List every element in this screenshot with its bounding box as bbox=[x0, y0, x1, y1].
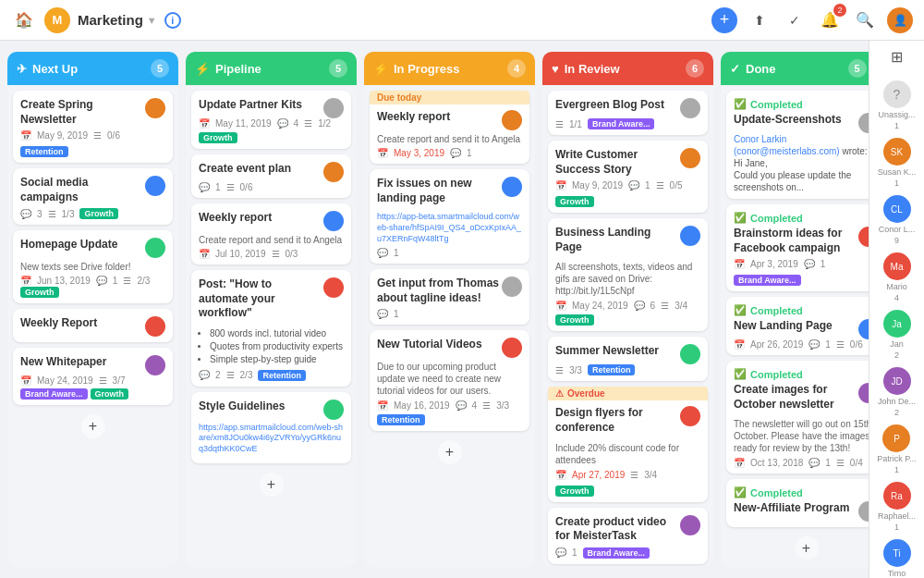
card-title: New Whitepaper bbox=[20, 355, 106, 370]
home-icon[interactable]: 🏠 bbox=[11, 7, 37, 33]
member-avatar[interactable]: Ja bbox=[883, 310, 911, 338]
card-meta: 📅 Apr 3, 2019 💬 1 Brand Aware... bbox=[734, 259, 869, 286]
avatar bbox=[858, 319, 869, 339]
member-count: 1 bbox=[894, 178, 899, 188]
info-icon[interactable]: i bbox=[164, 12, 181, 29]
notification-icon[interactable]: 🔔 2 bbox=[817, 7, 843, 33]
avatar bbox=[323, 277, 344, 298]
completed-badge: ✅ Completed bbox=[734, 304, 869, 316]
user-avatar[interactable]: 👤 bbox=[887, 7, 913, 33]
add-card-button[interactable]: + bbox=[438, 440, 462, 464]
card-title: Create event plan bbox=[199, 162, 291, 177]
avatar bbox=[858, 113, 869, 133]
card-title: Style Guidelines bbox=[199, 400, 285, 414]
avatar bbox=[858, 227, 869, 247]
card-header: Weekly report bbox=[377, 110, 522, 130]
add-card-button[interactable]: + bbox=[260, 473, 284, 497]
inprogress-icon: ⚡ bbox=[373, 62, 388, 76]
member-panel-3: Ja Jan 2 bbox=[883, 310, 911, 360]
member-avatar[interactable]: P bbox=[882, 424, 910, 452]
card-date: Apr 3, 2019 bbox=[750, 259, 798, 269]
add-card-button[interactable]: + bbox=[81, 414, 105, 438]
card-meta: 📅 Apr 26, 2019 💬 1 ☰ 0/6 bbox=[734, 339, 869, 350]
comment-icon: 💬 bbox=[96, 276, 107, 286]
card-comments: 1 bbox=[572, 547, 578, 558]
dropdown-icon[interactable]: ▼ bbox=[147, 15, 157, 26]
card-update-screenshots: ✅ Completed Update-Screenshots Conor Lar… bbox=[726, 91, 869, 199]
card-title: New-Affiliate Program bbox=[734, 501, 849, 516]
question-icon[interactable]: ? bbox=[883, 80, 911, 108]
card-meta: 📅 May 3, 2019 💬 1 bbox=[377, 148, 522, 158]
tag-retention: Retention bbox=[588, 364, 636, 375]
column-inreview: ♥ In Review 6 Evergreen Blog Post ☰ 1/1 … bbox=[542, 52, 713, 567]
card-title: New Landing Page bbox=[734, 319, 833, 334]
calendar-icon: 📅 bbox=[555, 301, 566, 311]
card-evergreen-blog: Evergreen Blog Post ☰ 1/1 Brand Aware... bbox=[548, 91, 708, 135]
card-date: May 9, 2019 bbox=[37, 130, 88, 141]
add-card-button[interactable]: + bbox=[795, 536, 819, 560]
card-link[interactable]: https://app-beta.smartmailcloud.com/web-… bbox=[377, 212, 522, 244]
task-icon: ☰ bbox=[555, 119, 564, 129]
task-icon: ☰ bbox=[48, 209, 56, 219]
avatar bbox=[502, 177, 522, 197]
card-date: Oct 13, 2018 bbox=[750, 458, 803, 468]
search-icon[interactable]: 🔍 bbox=[852, 7, 878, 33]
project-logo: M bbox=[44, 7, 70, 33]
member-avatar[interactable]: Ra bbox=[883, 482, 911, 510]
card-desc: The newsletter will go out on 15th Octob… bbox=[734, 418, 869, 454]
card-date: May 24, 2019 bbox=[572, 301, 628, 311]
card-title: Weekly report bbox=[377, 110, 450, 125]
column-inprogress-title: In Progress bbox=[394, 62, 460, 76]
avatar bbox=[323, 162, 344, 182]
member-avatar[interactable]: JD bbox=[883, 367, 911, 395]
card-homepage-update: Homepage Update New texts see Drive fold… bbox=[13, 230, 173, 303]
tag-retention: Retention bbox=[377, 414, 425, 425]
member-avatar[interactable]: SK bbox=[883, 138, 911, 166]
member-avatar[interactable]: Ti bbox=[883, 539, 911, 567]
card-title: Create images for October newsletter bbox=[734, 383, 858, 412]
comment-icon: 💬 bbox=[377, 309, 388, 319]
task-icon: ☰ bbox=[836, 458, 845, 468]
member-avatar[interactable]: Ma bbox=[883, 252, 911, 280]
card-title: Create product video for MeisterTask bbox=[555, 515, 680, 544]
card-title: Brainstorm ideas for Facebook campaign bbox=[734, 227, 858, 255]
task-icon: ☰ bbox=[226, 370, 235, 380]
column-done-header: ✓ Done 5 + bbox=[721, 52, 869, 85]
card-tasks: 0/6 bbox=[107, 130, 120, 141]
member-count: 1 bbox=[894, 523, 899, 532]
member-panel-0: SK Susan K... 1 bbox=[878, 138, 917, 188]
avatar bbox=[680, 515, 700, 535]
check-icon[interactable]: ✓ bbox=[782, 7, 808, 33]
card-title: Homepage Update bbox=[20, 238, 117, 252]
avatar bbox=[858, 501, 869, 522]
upload-icon[interactable]: ⬆ bbox=[747, 7, 772, 33]
card-meta: 📅 Jul 10, 2019 ☰ 0/3 bbox=[199, 249, 344, 259]
card-new-whitepaper: New Whitepaper 📅 May 24, 2019 ☰ 3/7 Bran… bbox=[13, 348, 173, 405]
panel-grid-icon[interactable]: ⊞ bbox=[884, 48, 910, 66]
top-navigation: 🏠 M Marketing ▼ i + ⬆ ✓ 🔔 2 🔍 👤 bbox=[0, 0, 924, 41]
task-icon: ☰ bbox=[99, 375, 107, 386]
add-icon[interactable]: + bbox=[711, 7, 737, 33]
card-meta: 💬 1 bbox=[377, 309, 522, 319]
overdue-banner: ⚠ Overdue bbox=[548, 387, 708, 400]
calendar-icon: 📅 bbox=[20, 375, 31, 386]
card-meta: 💬 3 ☰ 1/3 Growth bbox=[20, 208, 165, 219]
calendar-icon: 📅 bbox=[555, 470, 566, 480]
card-tasks: 2/3 bbox=[137, 276, 150, 286]
avatar bbox=[145, 238, 165, 258]
calendar-icon: 📅 bbox=[734, 339, 745, 350]
member-name: Timo bbox=[888, 569, 906, 578]
card-comments: 1 bbox=[821, 259, 826, 269]
card-link[interactable]: https://app.smartmailcloud.com/web-share… bbox=[199, 423, 344, 455]
card-header: Create Spring Newsletter bbox=[20, 98, 165, 130]
member-avatar[interactable]: CL bbox=[883, 195, 911, 223]
calendar-icon: 📅 bbox=[734, 458, 745, 468]
calendar-icon: 📅 bbox=[734, 259, 745, 269]
card-header: Homepage Update bbox=[20, 238, 165, 258]
card-comments: 1 bbox=[394, 248, 399, 258]
columns-area: ✈ Next Up 5 Create Spring Newsletter 📅 M… bbox=[0, 41, 869, 578]
done-icon: ✓ bbox=[730, 62, 740, 76]
topnav-left: 🏠 M Marketing ▼ i bbox=[11, 7, 704, 33]
card-fix-landing-page: Fix issues on new landing page https://a… bbox=[370, 169, 529, 264]
calendar-icon: 📅 bbox=[555, 180, 566, 191]
